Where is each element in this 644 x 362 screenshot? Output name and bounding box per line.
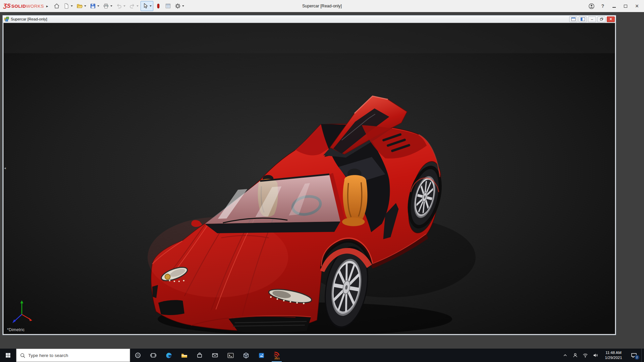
y-axis-icon <box>20 300 23 303</box>
red-pill-icon <box>155 3 161 9</box>
people-icon <box>572 352 578 358</box>
terminal-icon <box>227 352 234 359</box>
solidworks-year-label: 2021 <box>274 357 280 360</box>
cortana-icon <box>135 352 141 359</box>
app-title: Supercar [Read-only] <box>302 4 342 8</box>
window-layout-icon-2 <box>580 17 585 22</box>
document-titlebar[interactable]: Supercar [Read-only] – × <box>3 15 616 23</box>
help-button[interactable]: ? <box>597 0 608 12</box>
maximize-icon <box>624 5 627 8</box>
x-axis-icon <box>29 318 32 321</box>
clock-time: 11:48 AM <box>602 350 625 355</box>
window-layout-button-2[interactable] <box>579 16 587 22</box>
document-window: Supercar [Read-only] – × <box>2 15 616 335</box>
print-button[interactable] <box>101 1 114 11</box>
design-table-button[interactable] <box>163 1 173 11</box>
redo-button[interactable] <box>127 1 140 11</box>
windows-taskbar: 2021 11:48 AM 1/29/2021 2 <box>0 349 644 362</box>
taskbar-search[interactable] <box>16 349 130 362</box>
chevron-up-icon <box>562 353 568 358</box>
minimize-icon <box>612 7 616 8</box>
edge-icon <box>165 352 172 359</box>
select-cursor-icon <box>142 3 148 9</box>
terminal-button[interactable] <box>223 349 238 362</box>
file-explorer-icon <box>181 352 188 359</box>
options-button[interactable] <box>173 1 186 11</box>
start-button[interactable] <box>0 349 16 362</box>
3d-viewer-button[interactable] <box>238 349 254 362</box>
tray-hidden-icons-button[interactable] <box>560 349 570 362</box>
undo-dropdown-icon[interactable] <box>123 5 125 7</box>
undo-button[interactable] <box>114 1 127 11</box>
mail-button[interactable] <box>207 349 223 362</box>
doc-close-button[interactable]: × <box>607 16 615 22</box>
solidworks-app-icon: 2021 <box>272 351 281 360</box>
volume-button[interactable] <box>590 349 600 362</box>
app-titlebar: ƷS SOLIDWORKS ▸ <box>0 0 644 12</box>
new-document-dropdown-icon[interactable] <box>71 5 73 7</box>
ds-logo-glyph: ƷS <box>3 3 11 9</box>
window-layout-button-1[interactable] <box>569 16 577 22</box>
desktop: ƷS SOLIDWORKS ▸ <box>0 0 644 362</box>
app-close-button[interactable]: × <box>631 0 643 12</box>
save-icon <box>90 3 96 9</box>
graphics-viewport[interactable]: *Dimetric ◂ <box>3 23 615 334</box>
doc-restore-button[interactable] <box>597 16 605 22</box>
design-table-icon <box>165 3 171 9</box>
store-button[interactable] <box>192 349 207 362</box>
user-account-icon <box>588 3 595 9</box>
search-icon <box>20 353 25 358</box>
doc-minimize-button[interactable]: – <box>588 16 596 22</box>
clock-date: 1/29/2021 <box>602 355 625 360</box>
document-title: Supercar [Read-only] <box>11 17 47 21</box>
redo-icon <box>129 3 135 9</box>
options-dropdown-icon[interactable] <box>182 5 184 7</box>
supercar-3d-model[interactable] <box>4 23 615 334</box>
task-view-button[interactable] <box>146 349 161 362</box>
undo-icon <box>116 3 122 9</box>
window-layout-icon-1 <box>571 17 576 22</box>
3d-viewer-icon <box>243 352 250 359</box>
options-gear-icon <box>175 3 181 9</box>
photos-icon <box>258 352 265 359</box>
show-desktop-button[interactable] <box>641 349 644 362</box>
solidworks-logo: ƷS SOLIDWORKS <box>3 3 44 9</box>
redo-dropdown-icon[interactable] <box>137 5 139 7</box>
tray-people-button[interactable] <box>570 349 580 362</box>
windows-logo-icon <box>5 352 11 358</box>
open-button[interactable] <box>75 1 88 11</box>
menu-expand-arrow-icon[interactable]: ▸ <box>46 4 48 8</box>
assembly-icon <box>4 17 9 21</box>
select-tool-button[interactable] <box>141 1 153 11</box>
print-icon <box>103 3 109 9</box>
featuremanager-flyout-arrow-icon[interactable]: ◂ <box>4 166 6 170</box>
network-button[interactable] <box>580 349 590 362</box>
store-icon <box>196 352 203 359</box>
edge-button[interactable] <box>161 349 176 362</box>
open-dropdown-icon[interactable] <box>84 5 86 7</box>
save-dropdown-icon[interactable] <box>97 5 99 7</box>
view-orientation-label: *Dimetric <box>7 327 25 332</box>
account-button[interactable] <box>586 0 597 12</box>
solidworks-taskbar-button[interactable]: 2021 <box>269 349 284 362</box>
new-document-button[interactable] <box>62 1 74 11</box>
print-dropdown-icon[interactable] <box>110 5 112 7</box>
select-dropdown-icon[interactable] <box>150 5 152 7</box>
help-icon: ? <box>601 3 604 9</box>
search-input[interactable] <box>28 353 115 358</box>
mail-icon <box>212 352 218 359</box>
action-center-button[interactable]: 2 <box>627 349 641 362</box>
photos-button[interactable] <box>254 349 269 362</box>
home-button[interactable] <box>52 1 61 11</box>
new-document-icon <box>63 3 69 9</box>
file-explorer-button[interactable] <box>176 349 192 362</box>
task-view-icon <box>150 352 157 359</box>
viewport-style-button[interactable] <box>154 1 163 11</box>
app-maximize-button[interactable] <box>620 0 631 12</box>
save-button[interactable] <box>88 1 101 11</box>
cortana-button[interactable] <box>130 349 146 362</box>
taskbar-clock[interactable]: 11:48 AM 1/29/2021 <box>600 350 627 360</box>
network-icon <box>582 352 588 358</box>
app-minimize-button[interactable] <box>608 0 620 12</box>
open-folder-icon <box>76 3 83 9</box>
